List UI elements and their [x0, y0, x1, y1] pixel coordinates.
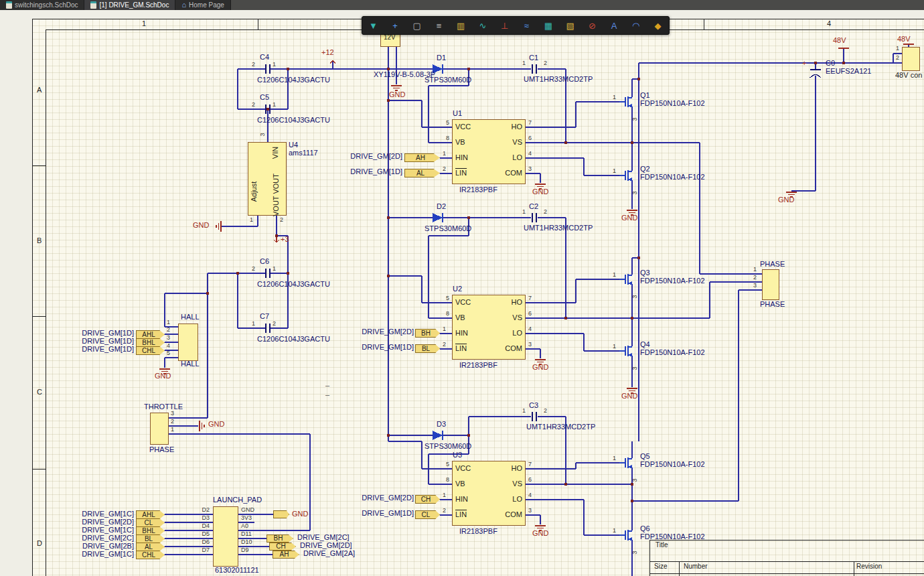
- pin-number: 2: [443, 508, 446, 514]
- pin-name-vin: VIN: [272, 147, 279, 159]
- designator-q6: Q6: [640, 525, 650, 532]
- pin-number: D6: [199, 539, 210, 545]
- label-throttle-bottom: PHASE: [149, 446, 174, 453]
- place-wire-icon[interactable]: +: [386, 18, 404, 33]
- value-q1: FDP150N10A-F102: [640, 100, 705, 107]
- text-icon[interactable]: A: [605, 18, 623, 33]
- value-c5: C1206C104J3GACTU: [257, 117, 330, 124]
- designator-c0: C0: [826, 60, 835, 67]
- net-label: DRIVE_GM[1D]: [345, 168, 402, 175]
- pin-number: 2: [252, 266, 255, 272]
- pin-number: 1: [252, 321, 255, 327]
- blanket-icon[interactable]: ▦: [540, 18, 557, 33]
- pin-number: 3: [632, 117, 638, 121]
- value-u3: IR2183PBF: [459, 528, 497, 535]
- pin-number: 1: [613, 344, 616, 350]
- pin-number: 2: [753, 275, 757, 281]
- pin-number: 1: [443, 151, 446, 157]
- value-c0: EEUFS2A121: [826, 68, 871, 75]
- value-c4: C1206C104J3GACTU: [257, 76, 330, 84]
- pin-number: D4: [199, 523, 210, 529]
- pin-name: COM: [494, 345, 522, 352]
- pad-icon[interactable]: ▥: [452, 18, 469, 33]
- pin-name: LO: [494, 154, 522, 161]
- value-u1: IR2183PBF: [459, 186, 497, 194]
- title-block-number: Number: [684, 563, 708, 570]
- no-erc-marker: –: [325, 391, 329, 399]
- parameter-icon[interactable]: ◆: [649, 18, 666, 33]
- pin-name: VB: [455, 139, 465, 146]
- tab-switchingsch[interactable]: switchingsch.SchDoc: [0, 0, 84, 10]
- designator-c4: C4: [260, 54, 269, 61]
- bus-icon[interactable]: ≈: [518, 18, 535, 33]
- zone-row-d: D: [37, 540, 42, 547]
- net-label: DRIVE_GM[2C]: [297, 534, 350, 541]
- pin-number: 1: [171, 427, 174, 433]
- directive-icon[interactable]: ▧: [562, 18, 579, 33]
- gnd-label: GND: [292, 510, 308, 518]
- net-label: DRIVE_GM[1D]: [78, 338, 134, 345]
- zone-col-4: 4: [827, 20, 831, 27]
- pin-number: 3: [171, 411, 174, 417]
- pin-name: VS: [494, 139, 522, 146]
- pin-number: 4: [528, 151, 532, 157]
- designator-q4: Q4: [640, 341, 650, 348]
- pin-number: 1: [613, 455, 616, 461]
- designator-q3: Q3: [640, 269, 650, 277]
- pin-number: 1: [613, 528, 616, 534]
- pin-number: 3V3: [241, 515, 252, 521]
- align-icon[interactable]: ≡: [430, 18, 447, 33]
- power-port-icon[interactable]: ⊥: [496, 18, 514, 33]
- pin-number: 5: [167, 350, 170, 356]
- title-block-revision: Revision: [856, 563, 882, 570]
- pin-number: D9: [241, 547, 249, 553]
- pin-number: 6: [528, 477, 532, 483]
- value-c1: UMT1HR33MCD2TP: [524, 76, 593, 83]
- designator-c3: C3: [529, 402, 538, 409]
- pin-number: 2: [280, 217, 283, 223]
- tab-label: Home Page: [189, 1, 224, 9]
- gnd-label: GND: [778, 196, 794, 204]
- value-q5: FDP150N10A-F102: [640, 461, 705, 468]
- pin-number: 8: [446, 311, 449, 317]
- designator-u2: U2: [453, 285, 462, 293]
- net-label: DRIVE_GM[2D]: [69, 518, 134, 526]
- power-label-3v: +3: [281, 236, 289, 243]
- value-c3: UMT1HR33MCD2TP: [526, 423, 595, 431]
- filter-icon[interactable]: ▼: [364, 18, 382, 33]
- pin-number: A0: [241, 523, 248, 529]
- value-q4: FDP150N10A-F102: [640, 349, 705, 356]
- pin-number: 6: [528, 311, 532, 317]
- net-label: DRIVE_GM[2A]: [303, 550, 355, 557]
- pin-name: HO: [494, 299, 522, 306]
- designator-c7: C7: [260, 313, 269, 320]
- gnd-label: GND: [532, 364, 548, 371]
- tab-drive-gm[interactable]: [1] DRIVE_GM.SchDoc: [84, 0, 175, 10]
- pin-number: 2: [544, 209, 547, 215]
- gnd-label: GND: [621, 392, 637, 400]
- pin-number: 2: [896, 55, 899, 61]
- pin-number: 1: [522, 209, 526, 215]
- pin-number: 3: [528, 508, 532, 514]
- pin-name: LO: [494, 496, 522, 503]
- no-erc-icon[interactable]: ⊘: [583, 18, 601, 33]
- zone-row-c: C: [37, 388, 42, 396]
- pin-number: 2: [252, 62, 255, 68]
- value-u4: ams1117: [289, 149, 318, 157]
- arc-icon[interactable]: ◠: [627, 18, 645, 33]
- pin-number: 1: [753, 267, 757, 273]
- pin-number: D7: [199, 547, 210, 553]
- tab-home-page[interactable]: ⌂Home Page: [175, 0, 230, 10]
- pin-number: 7: [528, 120, 532, 126]
- selection-icon[interactable]: ▢: [408, 18, 426, 33]
- pin-number: 1: [613, 168, 616, 174]
- designator-q5: Q5: [640, 453, 650, 460]
- pin-number: 2: [544, 60, 547, 66]
- pin-name: VCC: [455, 123, 471, 131]
- pin-number: 3: [632, 366, 638, 370]
- connector-12v-label: 12V: [384, 34, 396, 41]
- tab-label: [1] DRIVE_GM.SchDoc: [99, 1, 169, 9]
- signal-icon[interactable]: ∿: [474, 18, 491, 33]
- label-launchpad: LAUNCH_PAD: [213, 496, 262, 504]
- pin-name: LIN: [455, 345, 467, 352]
